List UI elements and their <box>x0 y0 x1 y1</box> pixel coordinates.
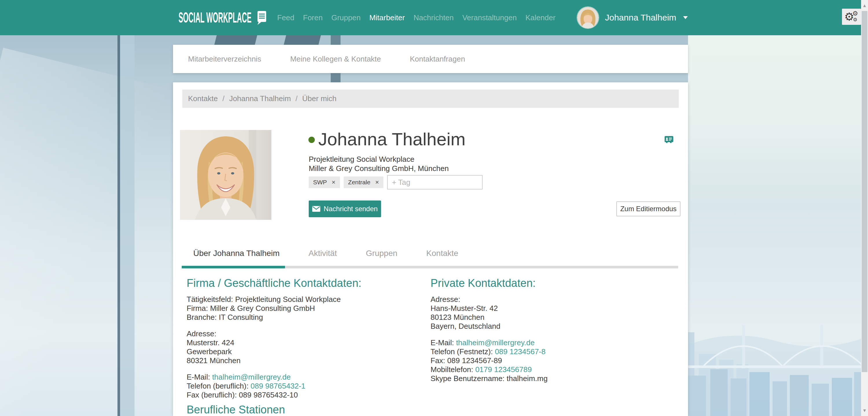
remove-tag-icon[interactable]: ✕ <box>332 179 336 185</box>
business-contact-details: Tätigkeitsfeld: Projektleitung Social Wo… <box>187 295 427 400</box>
brand-logo[interactable]: SOCIAL WORKPLACE <box>179 0 268 35</box>
private-link[interactable]: thalheim@millergrey.de <box>456 338 535 347</box>
scrollbar-down-arrow[interactable]: ▼ <box>861 405 868 416</box>
business-line: 80321 München <box>187 356 427 365</box>
breadcrumb-item-johanna-thalheim[interactable]: Johanna Thalheim <box>229 94 291 103</box>
business-text: Fax (beruflich): 089 98765432-10 <box>187 390 298 399</box>
tab-gruppen[interactable]: Gruppen <box>366 249 397 258</box>
secondary-nav-items: MitarbeiterverzeichnisMeine Kollegen & K… <box>173 45 688 73</box>
secondary-nav: MitarbeiterverzeichnisMeine Kollegen & K… <box>173 45 688 73</box>
send-message-button[interactable]: Nachricht senden <box>309 201 381 217</box>
business-line: Gewerbepark <box>187 347 427 356</box>
tab-aktivität[interactable]: Aktivität <box>308 249 337 258</box>
topnav-item-veranstaltungen[interactable]: Veranstaltungen <box>462 13 517 22</box>
business-link[interactable]: 089 98765432-1 <box>251 382 305 390</box>
caret-down-icon <box>683 16 688 19</box>
user-menu[interactable]: Johanna Thalheim <box>577 0 688 35</box>
private-link[interactable]: 0179 123456789 <box>475 365 532 374</box>
business-line: Musterstr. 424 <box>187 338 427 347</box>
private-text: Skype Benutzername: thalheim.mg <box>431 374 548 383</box>
business-text: Firma: Miller & Grey Consulting GmbH <box>187 304 315 313</box>
private-line: Hans-Muster-Str. 42 <box>431 304 674 313</box>
topnav-item-feed[interactable]: Feed <box>277 13 294 22</box>
edit-mode-button[interactable]: Zum Editiermodus <box>616 201 681 216</box>
business-link[interactable]: thalheim@millergrey.de <box>212 373 291 381</box>
scrollbar-up-arrow[interactable]: ▲ <box>861 0 868 11</box>
topnav-item-gruppen[interactable]: Gruppen <box>331 13 361 22</box>
private-text: Telefon (Festnetz): <box>431 347 495 356</box>
topnav-item-kalender[interactable]: Kalender <box>525 13 556 22</box>
business-text: 80321 München <box>187 356 241 365</box>
profile-tabs: Über Johanna ThalheimAktivitätGruppenKon… <box>182 246 487 261</box>
private-text: 80123 München <box>431 313 484 321</box>
private-link[interactable]: 089 1234567-8 <box>495 347 546 356</box>
brand-speech-document-icon <box>256 10 268 25</box>
subnav-item-mitarbeiterverzeichnis[interactable]: Mitarbeiterverzeichnis <box>188 55 261 64</box>
top-navbar: SOCIAL WORKPLACE FeedForenGruppenMitarbe… <box>0 0 868 35</box>
tab-über-johanna-thalheim[interactable]: Über Johanna Thalheim <box>193 249 279 258</box>
business-line: Firma: Miller & Grey Consulting GmbH <box>187 304 427 313</box>
business-line: E-Mail: thalheim@millergrey.de <box>187 373 427 382</box>
tag-label: Zentrale <box>348 179 370 186</box>
cog-small-icon: ⚙ <box>852 10 858 17</box>
user-avatar[interactable] <box>577 7 599 28</box>
scrollbar-thumb[interactable] <box>862 11 867 372</box>
tab-kontakte[interactable]: Kontakte <box>426 249 458 258</box>
brand-logo-text: SOCIAL WORKPLACE <box>179 9 251 26</box>
private-contact-section: Private Kontaktdaten: Adresse:Hans-Muste… <box>431 276 674 383</box>
private-text: Fax: 089 1234567-89 <box>431 356 502 365</box>
breadcrumb-separator: / <box>296 94 298 103</box>
private-text: Mobiltelefon: <box>431 365 475 374</box>
private-line: Skype Benutzername: thalheim.mg <box>431 374 674 383</box>
breadcrumb-item-kontakte[interactable]: Kontakte <box>188 94 218 103</box>
breadcrumb-item-über-mich: Über mich <box>302 94 337 103</box>
send-message-label: Nachricht senden <box>324 205 378 213</box>
private-text: Bayern, Deutschland <box>431 322 500 331</box>
tag-chip-zentrale: Zentrale✕ <box>344 176 383 188</box>
breadcrumb-separator: / <box>222 94 224 103</box>
remove-tag-icon[interactable]: ✕ <box>375 179 379 185</box>
profile-name: Johanna Thalheim <box>318 129 466 150</box>
tag-list: SWP✕Zentrale✕ <box>309 176 387 188</box>
private-contact-details: Adresse:Hans-Muster-Str. 4280123 München… <box>431 295 674 383</box>
city-skyline-image <box>683 292 868 416</box>
business-line: Tätigkeitsfeld: Projektleitung Social Wo… <box>187 295 427 304</box>
online-status-dot <box>308 137 315 143</box>
private-line: Fax: 089 1234567-89 <box>431 356 674 365</box>
private-text: Adresse: <box>431 295 460 304</box>
private-line: Mobiltelefon: 0179 123456789 <box>431 365 674 374</box>
window-frame-dark <box>118 34 120 416</box>
private-line: Adresse: <box>431 295 674 304</box>
topnav-item-mitarbeiter[interactable]: Mitarbeiter <box>369 13 405 22</box>
career-heading: Berufliche Stationen <box>187 403 427 416</box>
private-block: Adresse:Hans-Muster-Str. 4280123 München… <box>431 295 674 331</box>
profile-company: Miller & Grey Consulting GmbH, München <box>309 164 449 173</box>
private-block: E-Mail: thalheim@millergrey.deTelefon (F… <box>431 338 674 383</box>
page-scrollbar[interactable]: ▲ ▼ <box>861 0 868 416</box>
business-text: Musterstr. 424 <box>187 338 235 347</box>
business-block: E-Mail: thalheim@millergrey.deTelefon (b… <box>187 373 427 400</box>
subnav-item-kontaktanfragen[interactable]: Kontaktanfragen <box>410 55 465 64</box>
vcard-icon[interactable] <box>664 136 673 143</box>
private-text: Hans-Muster-Str. 42 <box>431 304 498 313</box>
tab-underline-active <box>182 266 285 268</box>
tags-row: SWP✕Zentrale✕ <box>309 174 483 190</box>
private-line: Bayern, Deutschland <box>431 322 674 331</box>
subnav-item-meine-kollegen-kontakte[interactable]: Meine Kollegen & Kontakte <box>290 55 381 64</box>
settings-button[interactable]: ⚙ ⚙ ⚙ <box>842 9 861 25</box>
primary-nav: FeedForenGruppenMitarbeiterNachrichtenVe… <box>277 0 556 35</box>
business-contact-section: Firma / Geschäftliche Kontaktdaten: Täti… <box>187 276 427 416</box>
business-block: Tätigkeitsfeld: Projektleitung Social Wo… <box>187 295 427 322</box>
tag-chip-swp: SWP✕ <box>309 176 340 188</box>
private-text: E-Mail: <box>431 338 456 347</box>
add-tag-input[interactable] <box>387 175 483 189</box>
envelope-icon <box>312 206 320 212</box>
private-heading: Private Kontaktdaten: <box>431 276 674 290</box>
business-line: Branche: IT Consulting <box>187 313 427 322</box>
page: SOCIAL WORKPLACE FeedForenGruppenMitarbe… <box>0 0 868 416</box>
topnav-item-foren[interactable]: Foren <box>303 13 322 22</box>
business-text: Telefon (beruflich): <box>187 382 251 390</box>
cog-tiny-icon: ⚙ <box>853 18 857 22</box>
topnav-item-nachrichten[interactable]: Nachrichten <box>413 13 454 22</box>
profile-title-block: Projektleitung Social Workplace Miller &… <box>309 154 449 173</box>
